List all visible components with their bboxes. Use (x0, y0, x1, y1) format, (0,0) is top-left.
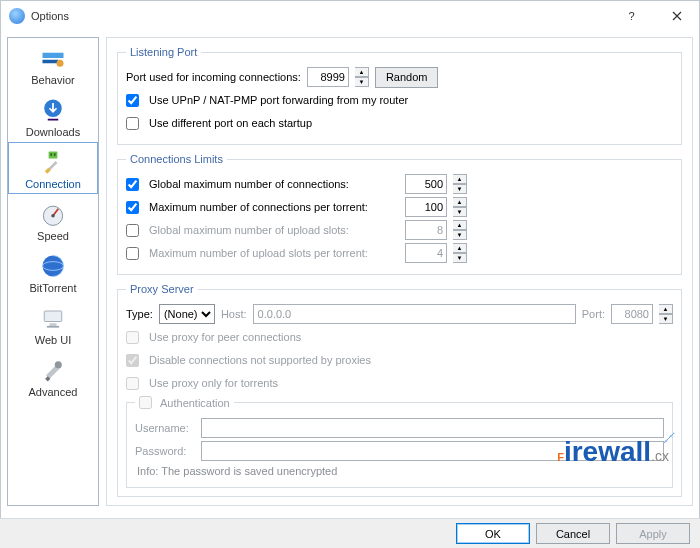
global-max-spinner[interactable]: ▲▼ (453, 174, 467, 194)
pertorrent-input[interactable] (405, 197, 447, 217)
svg-rect-4 (48, 119, 59, 121)
sidebar-item-label: BitTorrent (29, 282, 76, 294)
upload-pertorrent-checkbox[interactable] (126, 247, 139, 260)
proxy-type-label: Type: (126, 308, 153, 320)
upload-pertorrent-label: Maximum number of upload slots per torre… (149, 247, 399, 259)
diffport-label: Use different port on each startup (149, 117, 312, 129)
proxy-peer-checkbox (126, 331, 139, 344)
pertorrent-spinner[interactable]: ▲▼ (453, 197, 467, 217)
connections-limits-legend: Connections Limits (126, 153, 227, 165)
connection-icon (39, 148, 67, 176)
svg-point-9 (51, 214, 55, 218)
ip-filter-group: IP Filtering Filter path (.dat, .p2p, .p… (117, 505, 682, 506)
titlebar: Options ? (1, 1, 699, 31)
speed-icon (39, 200, 67, 228)
random-port-button[interactable]: Random (375, 67, 439, 88)
sidebar-item-webui[interactable]: Web UI (8, 298, 98, 350)
svg-rect-13 (50, 323, 57, 326)
content-area: Behavior Downloads Connection Speed BitT… (1, 31, 699, 512)
svg-rect-0 (43, 53, 64, 58)
upload-global-label: Global maximum number of upload slots: (149, 224, 399, 236)
sidebar-item-label: Advanced (29, 386, 78, 398)
app-icon (9, 8, 25, 24)
apply-button[interactable]: Apply (616, 523, 690, 544)
window-title: Options (31, 10, 69, 22)
port-input[interactable] (307, 67, 349, 87)
proxy-peer-label: Use proxy for peer connections (149, 331, 301, 343)
sidebar: Behavior Downloads Connection Speed BitT… (7, 37, 99, 506)
upload-global-checkbox[interactable] (126, 224, 139, 237)
upload-global-spinner: ▲▼ (453, 220, 467, 240)
help-button[interactable]: ? (609, 2, 654, 31)
diffport-checkbox[interactable] (126, 117, 139, 130)
watermark: ⟋ FFirewallirewall.cx (557, 436, 669, 468)
close-button[interactable] (654, 2, 699, 31)
sidebar-item-behavior[interactable]: Behavior (8, 38, 98, 90)
upload-pertorrent-spinner: ▲▼ (453, 243, 467, 263)
svg-rect-1 (43, 60, 59, 64)
global-max-checkbox[interactable] (126, 178, 139, 191)
sidebar-item-bittorrent[interactable]: BitTorrent (8, 246, 98, 298)
port-spinner[interactable]: ▲▼ (355, 67, 369, 87)
svg-rect-5 (49, 152, 58, 159)
pertorrent-checkbox[interactable] (126, 201, 139, 214)
proxy-disable-unsupported-checkbox (126, 354, 139, 367)
button-bar: OK Cancel Apply (0, 518, 700, 548)
svg-rect-12 (44, 311, 62, 322)
advanced-icon (39, 356, 67, 384)
proxy-host-input (253, 304, 576, 324)
ip-filter-checkbox[interactable] (130, 505, 143, 506)
connections-limits-group: Connections Limits Global maximum number… (117, 153, 682, 275)
upnp-checkbox[interactable] (126, 94, 139, 107)
downloads-icon (39, 96, 67, 124)
pertorrent-label: Maximum number of connections per torren… (149, 201, 399, 213)
sidebar-item-connection[interactable]: Connection (8, 142, 98, 194)
port-label: Port used for incoming connections: (126, 71, 301, 83)
ok-button[interactable]: OK (456, 523, 530, 544)
upload-global-input (405, 220, 447, 240)
proxy-auth-checkbox (139, 396, 152, 409)
webui-icon (39, 304, 67, 332)
sidebar-item-advanced[interactable]: Advanced (8, 350, 98, 402)
listening-port-group: Listening Port Port used for incoming co… (117, 46, 682, 145)
behavior-icon (39, 44, 67, 72)
sidebar-item-downloads[interactable]: Downloads (8, 90, 98, 142)
sidebar-item-label: Behavior (31, 74, 74, 86)
proxy-port-input (611, 304, 653, 324)
proxy-host-label: Host: (221, 308, 247, 320)
svg-point-2 (57, 60, 64, 67)
global-max-label: Global maximum number of connections: (149, 178, 399, 190)
sidebar-item-label: Web UI (35, 334, 71, 346)
sidebar-item-label: Downloads (26, 126, 80, 138)
proxy-username-label: Username: (135, 422, 195, 434)
proxy-server-legend: Proxy Server (126, 283, 198, 295)
svg-rect-14 (47, 326, 59, 328)
bittorrent-icon (39, 252, 67, 280)
global-max-input[interactable] (405, 174, 447, 194)
svg-point-15 (55, 361, 62, 368)
upnp-label: Use UPnP / NAT-PMP port forwarding from … (149, 94, 408, 106)
svg-rect-6 (50, 153, 52, 156)
listening-port-legend: Listening Port (126, 46, 201, 58)
proxy-username-input (201, 418, 664, 438)
proxy-torrents-only-checkbox (126, 377, 139, 390)
proxy-password-label: Password: (135, 445, 195, 457)
proxy-torrents-only-label: Use proxy only for torrents (149, 377, 278, 389)
cancel-button[interactable]: Cancel (536, 523, 610, 544)
upload-pertorrent-input (405, 243, 447, 263)
proxy-auth-legend: Authentication (135, 396, 234, 409)
ip-filter-legend: IP Filtering (126, 505, 207, 506)
proxy-disable-unsupported-label: Disable connections not supported by pro… (149, 354, 371, 366)
sidebar-item-speed[interactable]: Speed (8, 194, 98, 246)
svg-rect-7 (54, 153, 56, 156)
sidebar-item-label: Speed (37, 230, 69, 242)
proxy-port-spinner: ▲▼ (659, 304, 673, 324)
proxy-port-label: Port: (582, 308, 605, 320)
proxy-type-select[interactable]: (None) (159, 304, 215, 324)
sidebar-item-label: Connection (25, 178, 81, 190)
